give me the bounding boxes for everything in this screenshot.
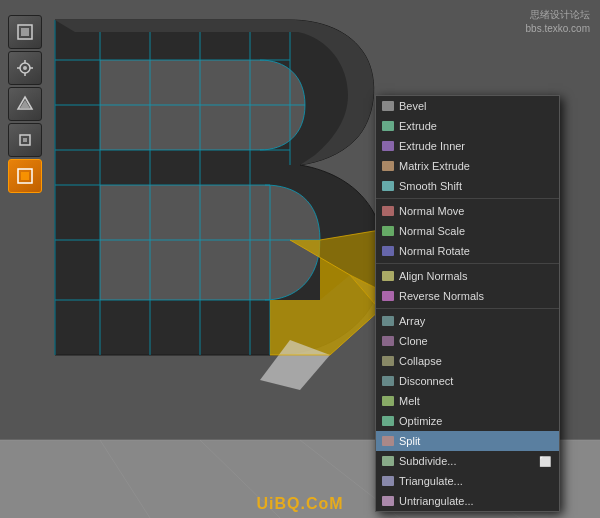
- menu-item-split[interactable]: Split: [376, 431, 559, 451]
- menu-item-smooth-shift[interactable]: Smooth Shift: [376, 176, 559, 196]
- watermark: 思绪设计论坛 bbs.texko.com: [526, 8, 590, 36]
- reverse-normals-icon: [382, 291, 394, 301]
- collapse-icon: [382, 356, 394, 366]
- menu-item-extrude-inner[interactable]: Extrude Inner: [376, 136, 559, 156]
- normal-rotate-icon: [382, 246, 394, 256]
- menu-label-collapse: Collapse: [399, 355, 442, 367]
- menu-label-extrude: Extrude: [399, 120, 437, 132]
- toolbar: [8, 15, 44, 193]
- watermark-line2: bbs.texko.com: [526, 22, 590, 36]
- matrix-extrude-icon: [382, 161, 394, 171]
- menu-item-melt[interactable]: Melt: [376, 391, 559, 411]
- menu-item-reverse-normals[interactable]: Reverse Normals: [376, 286, 559, 306]
- svg-rect-43: [23, 138, 27, 142]
- subdivide-shortcut: ⬜: [539, 456, 551, 467]
- menu-label-triangulate: Triangulate...: [399, 475, 463, 487]
- menu-label-melt: Melt: [399, 395, 420, 407]
- watermark-line1: 思绪设计论坛: [526, 8, 590, 22]
- melt-icon: [382, 396, 394, 406]
- normal-scale-icon: [382, 226, 394, 236]
- polygon-tool-button[interactable]: [8, 159, 42, 193]
- optimize-icon: [382, 416, 394, 426]
- svg-rect-33: [21, 28, 29, 36]
- menu-label-reverse-normals: Reverse Normals: [399, 290, 484, 302]
- align-normals-icon: [382, 271, 394, 281]
- svg-rect-45: [21, 172, 29, 180]
- svg-point-35: [23, 66, 27, 70]
- menu-label-subdivide: Subdivide...: [399, 455, 456, 467]
- menu-label-split: Split: [399, 435, 420, 447]
- menu-item-align-normals[interactable]: Align Normals: [376, 266, 559, 286]
- split-icon: [382, 436, 394, 446]
- menu-label-normal-rotate: Normal Rotate: [399, 245, 470, 257]
- menu-label-untriangulate: Untriangulate...: [399, 495, 474, 507]
- menu-item-collapse[interactable]: Collapse: [376, 351, 559, 371]
- menu-item-bevel[interactable]: Bevel: [376, 96, 559, 116]
- menu-item-triangulate[interactable]: Triangulate...: [376, 471, 559, 491]
- menu-label-align-normals: Align Normals: [399, 270, 467, 282]
- menu-item-normal-move[interactable]: Normal Move: [376, 201, 559, 221]
- menu-label-optimize: Optimize: [399, 415, 442, 427]
- scale-tool-button[interactable]: [8, 123, 42, 157]
- menu-item-subdivide[interactable]: Subdivide... ⬜: [376, 451, 559, 471]
- menu-item-clone[interactable]: Clone: [376, 331, 559, 351]
- menu-item-optimize[interactable]: Optimize: [376, 411, 559, 431]
- smooth-shift-icon: [382, 181, 394, 191]
- disconnect-icon: [382, 376, 394, 386]
- viewport[interactable]: 思绪设计论坛 bbs.texko.com Bevel Extrude Extru…: [0, 0, 600, 518]
- menu-label-disconnect: Disconnect: [399, 375, 453, 387]
- context-menu: Bevel Extrude Extrude Inner Matrix Extru…: [375, 95, 560, 512]
- menu-label-array: Array: [399, 315, 425, 327]
- menu-label-extrude-inner: Extrude Inner: [399, 140, 465, 152]
- menu-label-bevel: Bevel: [399, 100, 427, 112]
- menu-divider-3: [376, 308, 559, 309]
- menu-label-smooth-shift: Smooth Shift: [399, 180, 462, 192]
- clone-icon: [382, 336, 394, 346]
- triangulate-icon: [382, 476, 394, 486]
- bottom-watermark: UiBQ.CoM: [256, 495, 343, 513]
- untriangulate-icon: [382, 496, 394, 506]
- normal-move-icon: [382, 206, 394, 216]
- menu-label-normal-scale: Normal Scale: [399, 225, 465, 237]
- menu-item-normal-rotate[interactable]: Normal Rotate: [376, 241, 559, 261]
- menu-item-array[interactable]: Array: [376, 311, 559, 331]
- menu-item-normal-scale[interactable]: Normal Scale: [376, 221, 559, 241]
- menu-label-clone: Clone: [399, 335, 428, 347]
- menu-item-untriangulate[interactable]: Untriangulate...: [376, 491, 559, 511]
- menu-item-matrix-extrude[interactable]: Matrix Extrude: [376, 156, 559, 176]
- extrude-inner-icon: [382, 141, 394, 151]
- select-tool-button[interactable]: [8, 15, 42, 49]
- move-tool-button[interactable]: [8, 51, 42, 85]
- extrude-icon: [382, 121, 394, 131]
- menu-item-disconnect[interactable]: Disconnect: [376, 371, 559, 391]
- menu-item-extrude[interactable]: Extrude: [376, 116, 559, 136]
- menu-label-normal-move: Normal Move: [399, 205, 464, 217]
- array-icon: [382, 316, 394, 326]
- menu-divider-1: [376, 198, 559, 199]
- bevel-icon: [382, 101, 394, 111]
- rotate-tool-button[interactable]: [8, 87, 42, 121]
- subdivide-icon: [382, 456, 394, 466]
- menu-label-matrix-extrude: Matrix Extrude: [399, 160, 470, 172]
- menu-divider-2: [376, 263, 559, 264]
